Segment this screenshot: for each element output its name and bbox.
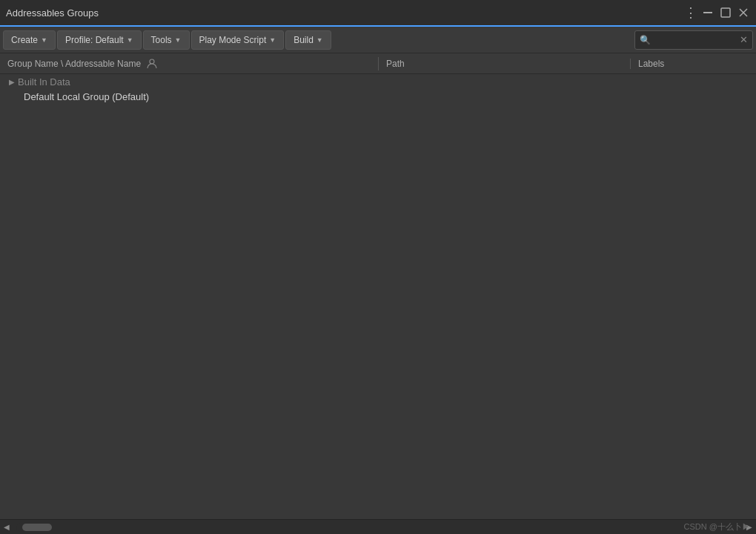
build-button[interactable]: Build ▼ [285,30,331,50]
scroll-left-icon[interactable]: ◀ [0,521,13,534]
bottom-scrollbar: ◀ CSDN @十么卜▶ ▶ [0,519,756,534]
search-box[interactable]: 🔍 ✕ [634,30,753,50]
search-clear-icon[interactable]: ✕ [740,34,748,45]
person-icon [145,57,159,70]
create-chevron-icon: ▼ [41,36,47,44]
window-title: Addressables Groups [6,7,684,19]
col-name-header: Group Name \ Addressable Name [0,57,378,70]
watermark-text: CSDN @十么卜▶ [684,521,750,533]
svg-rect-0 [703,12,712,13]
default-group-label: Default Local Group (Default) [6,91,149,102]
more-options-icon[interactable]: ⋮ [684,4,697,21]
built-in-expand-icon[interactable]: ▶ [6,76,18,88]
search-input[interactable] [654,35,740,45]
window-controls: ⋮ [684,4,750,21]
tools-chevron-icon: ▼ [175,36,182,44]
column-headers: Group Name \ Addressable Name Path Label… [0,53,756,74]
svg-point-4 [150,59,154,64]
profile-chevron-icon: ▼ [127,36,133,44]
play-mode-button[interactable]: Play Mode Script ▼ [191,30,285,50]
title-bar: Addressables Groups ⋮ [0,0,756,27]
play-mode-chevron-icon: ▼ [269,36,276,44]
toolbar: Create ▼ Profile: Default ▼ Tools ▼ Play… [0,27,756,53]
build-chevron-icon: ▼ [316,36,323,44]
built-in-data-row[interactable]: ▶ Built In Data [0,74,756,89]
horizontal-scroll-thumb[interactable] [22,524,52,531]
maximize-button[interactable] [719,6,732,19]
addressables-window: Addressables Groups ⋮ C [0,0,756,534]
content-area: ▶ Built In Data Default Local Group (Def… [0,74,756,519]
default-local-group-row[interactable]: Default Local Group (Default) [0,89,756,104]
create-button[interactable]: Create ▼ [3,30,56,50]
svg-rect-1 [721,8,730,17]
profile-button[interactable]: Profile: Default ▼ [57,30,142,50]
minimize-button[interactable] [701,6,714,19]
tools-button[interactable]: Tools ▼ [143,30,190,50]
col-labels-header: Labels [630,59,756,69]
built-in-label: Built In Data [18,76,70,88]
col-path-header: Path [379,59,630,69]
close-button[interactable] [737,6,750,19]
search-icon: 🔍 [640,35,651,45]
horizontal-scroll-track[interactable] [16,523,740,532]
